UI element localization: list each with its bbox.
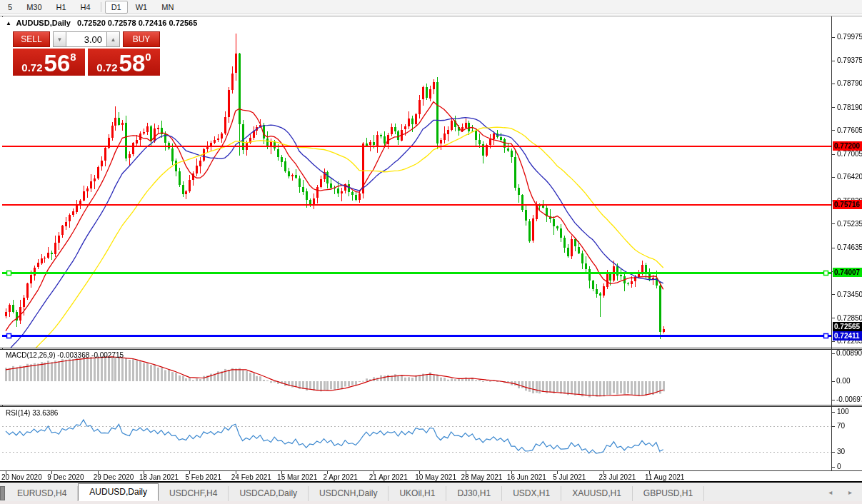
one-click-trading-widget: SELL ▼ ▲ BUY 0.72 56 8 0.72 58 0	[13, 31, 163, 76]
price-marker-0.72411: 0.72411	[833, 331, 862, 341]
date-label: 29 Dec 2020	[94, 473, 134, 481]
date-tick-mark	[557, 471, 558, 474]
tab-ukoil-h1[interactable]: UKOil,H1	[389, 486, 446, 501]
price-tick-label: 0.75235	[837, 220, 862, 228]
price-tick-label: 0.76420	[837, 173, 862, 181]
price-tick-mark	[832, 248, 835, 248]
lot-decrease-button[interactable]: ▼	[53, 31, 66, 47]
chart-ohlc-values: 0.72520 0.72578 0.72416 0.72565	[77, 19, 197, 27]
date-tick-mark	[236, 471, 236, 474]
rsi-bottom-border	[0, 470, 862, 471]
rsi-tick-label: 70	[837, 422, 845, 430]
price-tick-mark	[832, 177, 835, 178]
panel-separator-2a	[0, 405, 862, 405]
date-label: 24 Feb 2021	[231, 473, 271, 481]
date-tick-mark	[466, 471, 466, 474]
tab-usdx-h1[interactable]: USDX,H1	[502, 486, 561, 501]
date-label: 15 Mar 2021	[277, 473, 317, 481]
chart-symbol-label: AUDUSD,Daily	[16, 19, 71, 27]
rsi-tick-mark	[832, 467, 835, 468]
rsi-label: RSI(14) 33.6386	[6, 409, 58, 417]
buy-price-big: 58	[119, 53, 146, 74]
macd-tick-mark	[832, 381, 835, 382]
price-tick-label: 0.79375	[837, 56, 862, 64]
trading-terminal-window: 5M30H1H4D1W1MN ▲ AUDUSD,Daily 0.72520 0.…	[0, 0, 862, 504]
lot-increase-button[interactable]: ▲	[106, 31, 120, 47]
price-marker-0.75716: 0.75716	[833, 200, 862, 209]
date-label: 5 Feb 2021	[185, 473, 221, 481]
sell-price-box[interactable]: 0.72 56 8	[13, 49, 85, 76]
price-tick-mark	[832, 201, 835, 201]
macd-panel-canvas[interactable]	[2, 350, 831, 405]
timeframe-button-m30[interactable]: M30	[20, 1, 48, 14]
buy-price-box[interactable]: 0.72 58 0	[88, 49, 160, 76]
date-tick-mark	[374, 471, 374, 474]
date-label: 11 Aug 2021	[645, 473, 684, 481]
tab-gbpusd-h1[interactable]: GBPUSD,H1	[633, 486, 704, 501]
timeframe-button-d1[interactable]: D1	[105, 1, 128, 14]
price-tick-mark	[832, 107, 835, 108]
price-tick-label: 0.74035	[837, 267, 862, 275]
timeframe-button-h4[interactable]: H4	[74, 1, 97, 14]
tab-usdcnh-daily[interactable]: USDCNH,Daily	[309, 486, 389, 501]
price-tick-mark	[832, 61, 835, 61]
tab-usdchf-h4[interactable]: USDCHF,H4	[159, 486, 229, 501]
sell-button[interactable]: SELL	[13, 31, 50, 47]
price-tick-mark	[832, 341, 835, 342]
timeframe-button-mn[interactable]: MN	[155, 1, 180, 14]
collapse-arrow-icon[interactable]: ▲	[6, 20, 11, 26]
timeframe-button-w1[interactable]: W1	[129, 1, 154, 14]
date-tick-mark	[189, 471, 190, 474]
lot-size-input[interactable]	[66, 31, 106, 47]
price-tick-label: 0.75820	[837, 197, 862, 205]
date-tick-mark	[419, 471, 420, 474]
price-tick-mark	[832, 84, 835, 84]
macd-tick-label: 0.00	[836, 377, 850, 385]
price-tick-label: 0.79975	[837, 33, 862, 41]
panel-separator-1a	[0, 348, 862, 348]
rsi-panel-canvas[interactable]	[2, 407, 831, 470]
price-tick-mark	[832, 154, 835, 155]
date-label: 23 Jul 2021	[599, 473, 636, 481]
date-label: 9 Dec 2020	[47, 473, 84, 481]
timeframe-button-5[interactable]: 5	[1, 1, 19, 14]
axis-separator-line	[831, 16, 832, 471]
price-tick-label: 0.78190	[837, 104, 862, 111]
date-label: 2 Apr 2021	[323, 473, 357, 481]
date-tick-mark	[649, 471, 650, 474]
price-tick-label: 0.78790	[837, 79, 862, 87]
date-label: 20 Nov 2020	[1, 473, 42, 481]
tab-usdcad-daily[interactable]: USDCAD,Daily	[229, 486, 309, 501]
tab-eurusd-h4[interactable]: EURUSD,H4	[6, 486, 78, 501]
tab-xauusd-h1[interactable]: XAUUSD,H1	[561, 486, 633, 501]
date-tick-mark	[6, 471, 6, 474]
tab-dj30-h1[interactable]: DJ30,H1	[446, 486, 502, 501]
tab-scroll-edge	[0, 486, 5, 500]
price-marker-0.72565: 0.72565	[833, 322, 862, 331]
macd-tick-mark	[832, 353, 835, 354]
rsi-tick-label: 0	[837, 463, 841, 470]
price-tick-label: 0.73450	[837, 291, 862, 298]
date-tick-mark	[281, 471, 282, 474]
timeframe-button-h1[interactable]: H1	[50, 1, 73, 14]
price-tick-mark	[832, 294, 835, 295]
date-label: 28 May 2021	[461, 473, 503, 481]
date-label: 18 Jan 2021	[139, 473, 179, 481]
date-label: 16 Jun 2021	[507, 473, 546, 481]
date-tick-mark	[603, 471, 604, 474]
price-tick-mark	[832, 37, 835, 38]
tab-scroll-arrows[interactable]: ◂ ▸	[828, 488, 859, 496]
sell-price-big: 56	[44, 53, 71, 74]
rsi-tick-label: 30	[837, 448, 845, 455]
date-tick-mark	[51, 471, 52, 474]
date-tick-mark	[327, 471, 328, 474]
price-marker-0.74007: 0.74007	[833, 268, 862, 277]
window-top-border	[0, 16, 862, 16]
price-tick-label: 0.72265	[837, 337, 862, 345]
tab-audusd-daily[interactable]: AUDUSD,Daily	[78, 483, 159, 501]
price-tick-mark	[832, 130, 835, 131]
chart-title: ▲ AUDUSD,Daily 0.72520 0.72578 0.72416 0…	[6, 19, 197, 27]
buy-button[interactable]: BUY	[123, 31, 160, 47]
rsi-tick-mark	[832, 426, 835, 427]
date-tick-mark	[511, 471, 512, 474]
